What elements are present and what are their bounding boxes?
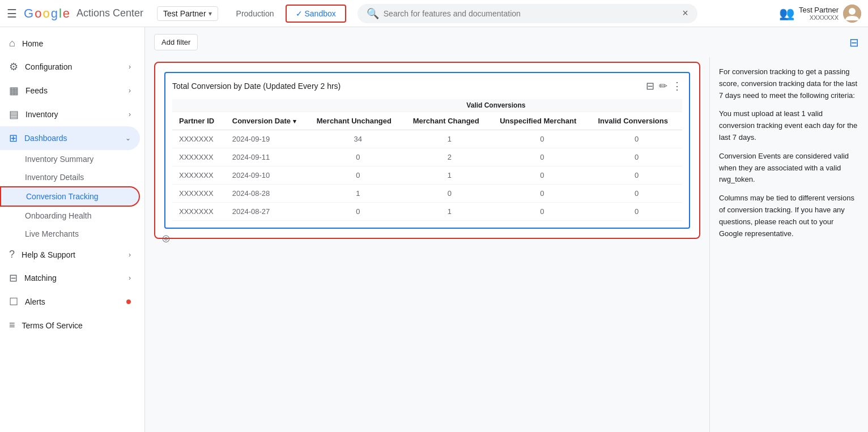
cell-unchanged: 0 (310, 203, 406, 221)
help-icon: ? (9, 249, 15, 260)
google-letter-o2: o (42, 6, 49, 21)
cell-changed: 2 (406, 148, 493, 166)
sandbox-button[interactable]: ✓ Sandbox (286, 5, 346, 23)
sidebar-item-label: Inventory (25, 110, 58, 119)
filter-icon[interactable]: ⊟ (646, 80, 654, 92)
cell-date: 2024-09-19 (225, 130, 310, 148)
content-toolbar: Add filter ⊟ (145, 27, 868, 57)
sidebar-item-inventory-summary[interactable]: Inventory Summary (0, 150, 140, 168)
cell-changed: 1 (406, 130, 493, 148)
cell-unchanged: 0 (310, 148, 406, 166)
cell-unchanged: 34 (310, 130, 406, 148)
cell-partner-id: XXXXXXX (172, 185, 225, 203)
table-row: XXXXXXX 2024-08-28 1 0 0 0 (172, 185, 682, 203)
sidebar-item-label: Configuration (25, 62, 72, 71)
partner-selector[interactable]: Test Partner ▾ (157, 6, 218, 21)
sidebar-subitem-label: Inventory Summary (25, 155, 93, 164)
alerts-icon: ☐ (9, 296, 18, 308)
chevron-right-icon: › (129, 274, 131, 282)
sandbox-check-icon: ✓ (296, 9, 303, 18)
sidebar-item-label: Dashboards (24, 134, 67, 143)
sidebar-item-feeds[interactable]: ▦ Feeds › (0, 79, 140, 102)
col-partner-id: Partner ID (172, 112, 225, 130)
avatar[interactable] (843, 5, 861, 23)
chevron-right-icon: › (129, 251, 131, 259)
sidebar-item-help-support[interactable]: ? Help & Support › (0, 243, 140, 266)
cell-partner-id: XXXXXXX (172, 130, 225, 148)
feeds-icon: ▦ (9, 84, 19, 97)
sidebar-item-dashboards[interactable]: ⊞ Dashboards ⌄ (0, 126, 140, 150)
google-letter-g: G (24, 6, 33, 21)
google-letter-g2: g (51, 6, 58, 21)
sidebar-subitem-label: Live Merchants (25, 229, 79, 238)
cell-date: 2024-09-10 (225, 166, 310, 185)
cell-changed: 0 (406, 185, 493, 203)
sidebar-item-label: Matching (24, 273, 57, 283)
app-title: Actions Center (76, 7, 143, 19)
sidebar-item-inventory-details[interactable]: Inventory Details (0, 168, 140, 186)
col-conversion-date[interactable]: Conversion Date ▾ (225, 112, 310, 130)
content-split: Total Conversion by Date (Updated Every … (145, 57, 868, 432)
sidebar-item-inventory[interactable]: ▤ Inventory › (0, 102, 140, 126)
sidebar-item-terms-of-service[interactable]: ≡ Terms Of Service (0, 314, 140, 337)
cell-partner-id: XXXXXXX (172, 166, 225, 185)
partner-name: Test Partner (163, 9, 206, 18)
empty-header (172, 99, 310, 112)
search-input[interactable] (384, 9, 678, 18)
manage-users-icon[interactable]: 👥 (779, 6, 794, 21)
search-clear-icon[interactable]: × (682, 7, 688, 19)
add-filter-label: Add filter (161, 38, 190, 46)
cell-invalid: 0 (591, 185, 682, 203)
sidebar-item-home[interactable]: ⌂ Home (0, 32, 140, 55)
table-header-row: Partner ID Conversion Date ▾ Merchant Un… (172, 112, 682, 130)
table-row: XXXXXXX 2024-09-19 34 1 0 0 (172, 130, 682, 148)
scroll-indicator: ◎ (162, 233, 170, 243)
sidebar-item-label: Terms Of Service (22, 321, 83, 330)
sidebar-item-onboarding-health[interactable]: Onboarding Health (0, 207, 140, 225)
inventory-icon: ▤ (9, 108, 19, 121)
col-unspecified-merchant: Unspecified Merchant (493, 112, 591, 130)
cell-partner-id: XXXXXXX (172, 203, 225, 221)
home-icon: ⌂ (9, 37, 15, 49)
filter-list-icon[interactable]: ⊟ (849, 36, 859, 49)
table-body: XXXXXXX 2024-09-19 34 1 0 0 XXXXXXX 2024… (172, 130, 682, 221)
sidebar-item-label: Home (22, 39, 43, 48)
sidebar-item-alerts[interactable]: ☐ Alerts (0, 290, 140, 314)
edit-icon[interactable]: ✏ (659, 80, 667, 92)
cell-invalid: 0 (591, 130, 682, 148)
matching-icon: ⊟ (9, 272, 18, 284)
more-icon[interactable]: ⋮ (672, 80, 682, 92)
cell-date: 2024-08-27 (225, 203, 310, 221)
svg-point-1 (849, 8, 856, 15)
top-navigation: ☰ Google Actions Center Test Partner ▾ P… (0, 0, 868, 27)
table-row: XXXXXXX 2024-09-10 0 1 0 0 (172, 166, 682, 185)
sidebar-subitem-label: Onboarding Health (25, 211, 92, 220)
google-letter-e: e (63, 6, 70, 21)
cell-unchanged: 1 (310, 185, 406, 203)
sidebar-item-live-merchants[interactable]: Live Merchants (0, 225, 140, 243)
sidebar-item-matching[interactable]: ⊟ Matching › (0, 266, 140, 290)
right-panel-paragraph: You must upload at least 1 valid convers… (719, 108, 859, 143)
add-filter-button[interactable]: Add filter (154, 34, 198, 50)
cell-unspecified: 0 (493, 148, 591, 166)
production-button[interactable]: Production (227, 6, 283, 22)
cell-unspecified: 0 (493, 185, 591, 203)
chart-title: Total Conversion by Date (Updated Every … (172, 82, 341, 91)
user-info[interactable]: Test Partner XXXXXXX (799, 5, 861, 23)
gear-icon: ⚙ (9, 61, 18, 73)
google-letter-l: l (59, 6, 62, 21)
sidebar-item-label: Feeds (25, 86, 48, 95)
sidebar-item-conversion-tracking[interactable]: Conversion Tracking (0, 186, 140, 207)
chart-card-inner: Total Conversion by Date (Updated Every … (164, 72, 690, 229)
right-panel: For conversion tracking to get a passing… (709, 57, 868, 432)
table-row: XXXXXXX 2024-09-11 0 2 0 0 (172, 148, 682, 166)
col-invalid-conversions: Invalid Conversions (591, 112, 682, 130)
user-text: Test Partner XXXXXXX (799, 6, 839, 21)
dashboards-icon: ⊞ (9, 132, 18, 144)
menu-icon[interactable]: ☰ (7, 7, 17, 20)
sidebar-item-configuration[interactable]: ⚙ Configuration › (0, 55, 140, 79)
alert-dot (126, 300, 131, 304)
sandbox-label: Sandbox (305, 9, 336, 18)
cell-invalid: 0 (591, 166, 682, 185)
sidebar-item-label: Help & Support (22, 250, 75, 259)
